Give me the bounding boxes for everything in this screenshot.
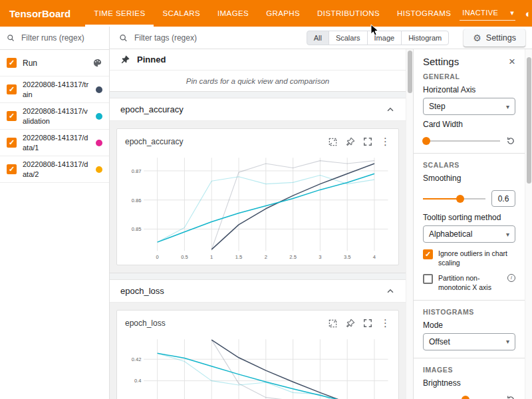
svg-text:2: 2 [265, 254, 267, 260]
run-label: 20220808-141317/train [23, 80, 90, 99]
chevron-down-icon: ▾ [506, 231, 509, 238]
runs-filter-input[interactable] [20, 33, 102, 43]
svg-text:0.86: 0.86 [132, 198, 142, 203]
nav-tab-time-series[interactable]: TIME SERIES [85, 0, 154, 27]
run-row-validation[interactable]: ✓ 20220808-141317/validation [0, 103, 109, 130]
dark-mode-icon[interactable]: ◐ [525, 9, 531, 19]
chevron-down-icon: ▾ [506, 338, 509, 345]
run-checkbox[interactable]: ✓ [7, 84, 17, 94]
settings-button-label: Settings [486, 33, 516, 43]
pin-icon[interactable] [346, 319, 355, 328]
tag-filter [119, 33, 301, 43]
tooltip-sorting-select[interactable]: Alphabetical ▾ [423, 225, 515, 243]
settings-button[interactable]: ⚙ Settings [464, 29, 525, 47]
section-gap [110, 92, 406, 98]
nav-tab-images[interactable]: IMAGES [209, 0, 257, 27]
pinned-title: Pinned [137, 55, 166, 65]
fullscreen-icon[interactable] [363, 319, 372, 328]
pin-icon [120, 55, 130, 65]
smoothing-slider[interactable] [423, 198, 485, 200]
filter-button-all[interactable]: All [307, 31, 329, 45]
data-status-select[interactable]: INACTIVE ▾ [460, 7, 515, 21]
nav-tab-graphs[interactable]: GRAPHS [257, 0, 309, 27]
tooltip-sorting-label: Tooltip sorting method [423, 213, 515, 222]
horizontal-axis-label: Horizontal Axis [423, 85, 515, 94]
svg-text:0.4: 0.4 [134, 378, 142, 384]
reset-icon[interactable] [506, 136, 515, 146]
search-icon [7, 33, 15, 43]
run-checkbox[interactable]: ✓ [7, 138, 17, 148]
fit-to-data-icon[interactable] [328, 319, 338, 329]
partition-x-axis-row[interactable]: ✓ Partition non-monotonic X axis i [423, 274, 515, 292]
section-title: epoch_loss [120, 286, 164, 296]
chevron-up-icon[interactable] [386, 287, 395, 296]
histogram-mode-select[interactable]: Offset ▾ [423, 333, 515, 350]
partition-x-axis-checkbox[interactable]: ✓ [423, 274, 433, 284]
run-checkbox[interactable]: ✓ [7, 164, 17, 174]
pinned-section-header: Pinned [110, 49, 406, 70]
section-gap [110, 273, 406, 280]
filter-button-scalars[interactable]: Scalars [329, 31, 368, 45]
scrollbar-thumb[interactable] [527, 57, 531, 184]
search-icon [119, 33, 128, 43]
card-width-slider[interactable] [423, 140, 500, 142]
epoch-loss-chart[interactable]: 00.511.522.533.540.360.380.40.42 [122, 333, 393, 399]
smoothing-value-input[interactable]: 0.6 [491, 190, 515, 207]
chevron-down-icon: ▾ [510, 9, 514, 17]
run-label: 20220808-141317/data/2 [23, 160, 90, 179]
main-scrollbar[interactable] [406, 49, 413, 399]
histograms-heading: HISTOGRAMS [423, 308, 515, 316]
settings-panel: Settings × GENERAL Horizontal Axis Step … [413, 49, 525, 399]
settings-scrollbar[interactable] [525, 49, 532, 399]
section-header-epoch-loss[interactable]: epoch_loss [110, 280, 406, 303]
select-all-runs-checkbox[interactable]: ✓ [7, 58, 17, 68]
partition-x-axis-label: Partition non-monotonic X axis [438, 274, 502, 292]
scalar-card-epoch-accuracy: epoch_accuracy [116, 128, 399, 265]
svg-text:0.87: 0.87 [132, 168, 142, 174]
ignore-outliers-row[interactable]: ✓ Ignore outliers in chart scaling [423, 249, 515, 267]
runs-filter-row [0, 27, 109, 50]
runs-header-row[interactable]: ✓ Run [0, 50, 109, 76]
palette-icon[interactable] [92, 58, 102, 68]
card-header: epoch_accuracy [122, 134, 393, 152]
tag-toolbar: All Scalars Image Histogram ⚙ Settings [110, 27, 532, 49]
slider-thumb[interactable] [456, 195, 464, 203]
fullscreen-icon[interactable] [363, 137, 372, 146]
main-nav: TIME SERIES SCALARS IMAGES GRAPHS DISTRI… [85, 0, 460, 27]
run-color-dot [96, 140, 102, 146]
run-checkbox[interactable]: ✓ [7, 111, 17, 121]
chevron-up-icon[interactable] [386, 105, 395, 114]
horizontal-axis-select[interactable]: Step ▾ [423, 98, 515, 115]
close-icon[interactable]: × [509, 56, 515, 67]
tooltip-sorting-value: Alphabetical [429, 229, 472, 239]
run-label: 20220808-141317/data/1 [23, 133, 90, 152]
ignore-outliers-checkbox[interactable]: ✓ [423, 249, 433, 259]
scrollbar-thumb[interactable] [408, 51, 412, 93]
histogram-mode-value: Offset [429, 337, 450, 346]
info-icon[interactable]: i [507, 274, 515, 282]
slider-thumb[interactable] [462, 396, 469, 399]
filter-button-image[interactable]: Image [367, 31, 402, 45]
pin-icon[interactable] [346, 137, 355, 146]
filter-button-histogram[interactable]: Histogram [401, 31, 449, 45]
ignore-outliers-label: Ignore outliers in chart scaling [438, 249, 515, 267]
reset-icon[interactable] [506, 395, 515, 399]
tag-filter-input[interactable] [133, 33, 301, 43]
run-row-data-1[interactable]: ✓ 20220808-141317/data/1 [0, 130, 109, 156]
run-row-train[interactable]: ✓ 20220808-141317/train [0, 76, 109, 103]
nav-tab-scalars[interactable]: SCALARS [154, 0, 209, 27]
run-row-data-2[interactable]: ✓ 20220808-141317/data/2 [0, 156, 109, 183]
nav-tab-distributions[interactable]: DISTRIBUTIONS [309, 0, 388, 27]
nav-tab-histograms[interactable]: HISTOGRAMS [388, 0, 460, 27]
run-color-dot [96, 166, 102, 173]
slider-thumb[interactable] [422, 137, 430, 145]
section-body-epoch-accuracy: epoch_accuracy [110, 121, 406, 273]
settings-panel-title: Settings [423, 56, 459, 67]
section-header-epoch-accuracy[interactable]: epoch_accuracy [110, 98, 406, 121]
more-options-icon[interactable]: ⋮ [380, 317, 390, 329]
fit-to-data-icon[interactable] [328, 137, 338, 147]
svg-text:4: 4 [373, 254, 376, 260]
more-options-icon[interactable]: ⋮ [380, 136, 390, 148]
epoch-accuracy-chart[interactable]: 00.511.522.533.540.850.860.87 [122, 152, 393, 263]
cards-area: Pinned Pin cards for a quick view and co… [110, 49, 406, 399]
